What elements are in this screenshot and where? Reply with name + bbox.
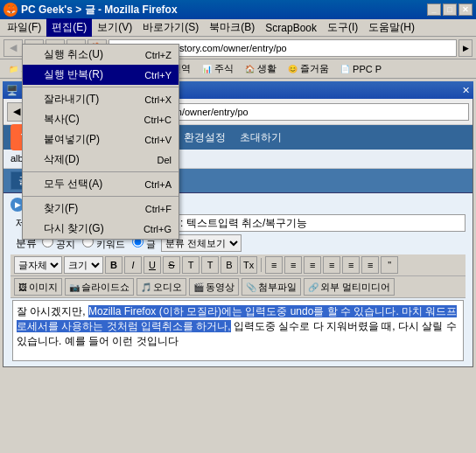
image-icon: 🖼 <box>18 282 27 292</box>
separator <box>261 258 262 272</box>
menu-scrapbook[interactable]: ScrapBook <box>260 20 322 36</box>
menu-bookmarks[interactable]: 북마크(B) <box>204 18 260 37</box>
external-media-button[interactable]: 🔗 외부 멀티미디어 <box>304 278 395 296</box>
italic-button[interactable]: I <box>124 256 142 274</box>
menu-copy[interactable]: 복사(C) Ctrl+C <box>23 109 178 129</box>
bm-stock[interactable]: 📊 주식 <box>197 61 237 76</box>
maximize-button[interactable]: □ <box>443 3 457 16</box>
menu-edit[interactable]: 편집(E) <box>46 18 92 37</box>
blog-nav-invite[interactable]: 초대하기 <box>240 130 282 145</box>
video-button[interactable]: 🎬 동영상 <box>189 278 239 296</box>
quote-button[interactable]: " <box>381 256 398 274</box>
separator-2 <box>23 171 178 172</box>
bm-life[interactable]: 🏠 생활 <box>240 61 280 76</box>
image-button[interactable]: 🖼 이미지 <box>14 278 62 296</box>
ppc-icon: 📄 <box>339 63 351 75</box>
menu-cut[interactable]: 잘라내기(T) Ctrl+X <box>23 89 178 109</box>
menu-file[interactable]: 파일(F) <box>2 18 46 37</box>
text-btn-2[interactable]: T <box>201 256 219 274</box>
text-before-selection: 잘 아시겠지만, <box>17 305 88 317</box>
indent-button[interactable]: ≡ <box>342 256 360 274</box>
fun-icon: 😊 <box>286 63 298 75</box>
text-remove-button[interactable]: Tx <box>240 256 257 274</box>
attach-icon: 📎 <box>246 282 256 292</box>
attach-button[interactable]: 📎 첨부파일 <box>242 278 301 296</box>
menu-redo[interactable]: 실행 반복(R) Ctrl+Y <box>23 65 178 85</box>
menu-goto[interactable]: 바로가기(S) <box>137 18 204 37</box>
go-button[interactable]: ▶ <box>458 39 472 57</box>
window-title: PC Geek's > 글 - Mozilla Firefox <box>21 3 427 17</box>
text-btn-1[interactable]: T <box>182 256 200 274</box>
minimize-button[interactable]: _ <box>427 3 441 16</box>
menu-bar: 파일(F) 편집(E) 보기(V) 바로가기(S) 북마크(B) ScrapBo… <box>0 19 476 37</box>
menu-delete[interactable]: 삭제(D) Del <box>23 150 178 170</box>
size-select[interactable]: 크기 <box>64 256 103 274</box>
strikethrough-button[interactable]: S <box>163 256 180 274</box>
menu-undo[interactable]: 실행 취소(U) Ctrl+Z <box>23 45 178 65</box>
bold-button[interactable]: B <box>105 256 122 274</box>
outdent-button[interactable]: ≡ <box>361 256 379 274</box>
slideshow-button[interactable]: 📷 슬라이드쇼 <box>65 278 134 296</box>
context-menu: 실행 취소(U) Ctrl+Z 실행 반복(R) Ctrl+Y 잘라내기(T) … <box>22 44 179 240</box>
underline-button[interactable]: U <box>144 256 161 274</box>
media-toolbar: 🖼 이미지 📷 슬라이드쇼 🎵 오디오 🎬 동영상 📎 첨부파일 <box>10 276 466 298</box>
folder-icon: 📁 <box>7 63 19 75</box>
align-right-button[interactable]: ≡ <box>304 256 321 274</box>
life-icon: 🏠 <box>243 63 256 75</box>
firefox-icon: 🦊 <box>4 3 18 17</box>
menu-tools[interactable]: 도구(I) <box>322 18 363 37</box>
audio-icon: 🎵 <box>141 282 151 292</box>
align-justify-button[interactable]: ≡ <box>323 256 340 274</box>
bm-fun[interactable]: 😊 즐거움 <box>283 61 332 76</box>
slideshow-icon: 📷 <box>69 282 80 292</box>
title-bar: 🦊 PC Geek's > 글 - Mozilla Firefox _ □ ✕ <box>0 0 476 19</box>
window-controls: _ □ ✕ <box>427 3 472 16</box>
bm-ppc[interactable]: 📄 PPC P <box>335 62 385 76</box>
back-button[interactable]: ◀ <box>4 39 23 57</box>
audio-button[interactable]: 🎵 오디오 <box>136 278 186 296</box>
menu-paste[interactable]: 붙여넣기(P) Ctrl+V <box>23 129 178 150</box>
menu-find[interactable]: 찾기(F) Ctrl+F <box>23 199 178 219</box>
inner-close-button[interactable]: ✕ <box>462 85 470 96</box>
blog-nav-settings[interactable]: 환경설정 <box>184 130 226 145</box>
external-icon: 🔗 <box>308 282 318 292</box>
separator-1 <box>23 87 178 87</box>
font-select[interactable]: 글자체 <box>14 256 62 274</box>
close-button[interactable]: ✕ <box>458 3 472 16</box>
text-btn-3[interactable]: B <box>220 256 238 274</box>
video-icon: 🎬 <box>193 282 204 292</box>
chart-icon: 📊 <box>200 63 213 75</box>
align-left-button[interactable]: ≡ <box>265 256 283 274</box>
menu-select-all[interactable]: 모두 선택(A) Ctrl+A <box>23 174 178 194</box>
menu-find-again[interactable]: 다시 찾기(G) Ctrl+G <box>23 219 178 239</box>
separator-3 <box>23 196 178 197</box>
text-editor[interactable]: 잘 아시겠지만, Mozilla Firefox (이하 모질라)에는 입력도중… <box>12 300 464 361</box>
align-center-button[interactable]: ≡ <box>284 256 302 274</box>
menu-help[interactable]: 도움말(H) <box>363 18 420 37</box>
editor-toolbar: 글자체 크기 B I U S T T B Tx ≡ ≡ ≡ ≡ ≡ ≡ <box>10 254 466 276</box>
menu-view[interactable]: 보기(V) <box>92 18 137 37</box>
